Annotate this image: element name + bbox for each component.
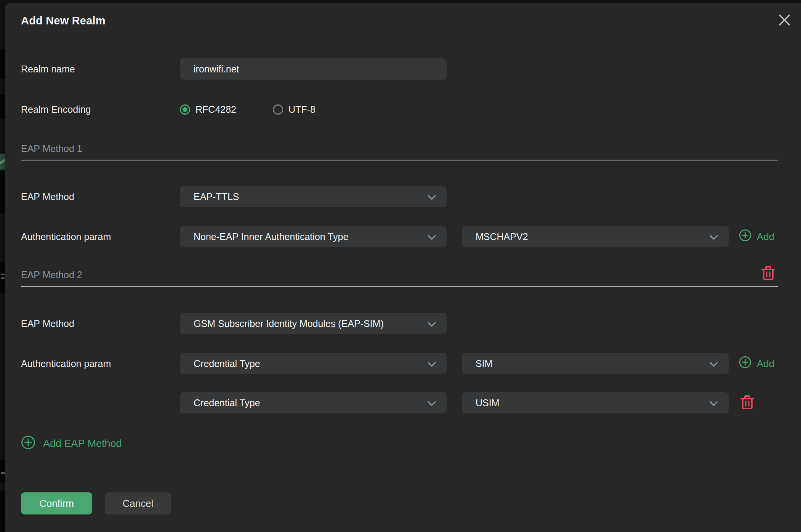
backdrop-menu-icon-fragment: [1, 274, 5, 275]
auth-param-value-select-3[interactable]: USIM: [462, 392, 729, 413]
radio-utf8[interactable]: UTF-8: [273, 104, 316, 115]
auth-param-value-1: MSCHAPV2: [476, 231, 528, 242]
eap-method-1-section-header: EAP Method 1: [21, 143, 778, 160]
radio-unselected-icon: [273, 104, 283, 115]
auth-param-type-value-1: None-EAP Inner Authentication Type: [194, 231, 348, 242]
confirm-button[interactable]: Confirm: [21, 492, 92, 514]
eap-method-2-select[interactable]: GSM Subscriber Identity Modules (EAP-SIM…: [180, 313, 447, 334]
eap-method-1-select[interactable]: EAP-TTLS: [180, 186, 447, 207]
auth-param-value-2: SIM: [476, 358, 492, 369]
auth-param-label: Authentication param: [21, 358, 180, 369]
radio-selected-icon: [180, 104, 190, 115]
chevron-down-icon: [428, 231, 436, 242]
add-param-label-2: Add: [757, 358, 774, 370]
add-param-button-1[interactable]: Add: [739, 229, 774, 244]
radio-utf8-label: UTF-8: [288, 104, 316, 115]
eap-method-2-method-row: EAP Method GSM Subscriber Identity Modul…: [21, 313, 778, 334]
eap-method-1-header-label: EAP Method 1: [21, 143, 778, 154]
realm-encoding-radio-group: RFC4282 UTF-8: [180, 104, 316, 115]
realm-name-label: Realm name: [21, 64, 180, 75]
chevron-down-icon: [428, 358, 436, 369]
auth-param-value-3: USIM: [476, 397, 500, 409]
auth-param-value-select-2[interactable]: SIM: [462, 353, 729, 374]
circle-plus-icon: [21, 435, 35, 452]
eap-method-label: EAP Method: [21, 191, 180, 202]
trash-icon: [740, 405, 754, 411]
add-param-button-2[interactable]: Add: [739, 356, 774, 371]
circle-plus-icon: [739, 229, 751, 244]
chevron-down-icon: [710, 358, 718, 369]
realm-encoding-label: Realm Encoding: [21, 104, 180, 115]
auth-param-type-select-3[interactable]: Credential Type: [180, 392, 447, 413]
delete-param-button[interactable]: [740, 395, 754, 411]
realm-name-input[interactable]: ironwifi.net: [180, 58, 447, 80]
close-button[interactable]: [777, 13, 792, 28]
delete-eap-method-2-button[interactable]: [761, 266, 775, 282]
realm-encoding-row: Realm Encoding RFC4282 UTF-8: [21, 104, 778, 115]
radio-rfc4282[interactable]: RFC4282: [180, 104, 236, 115]
eap-method-2-header-label: EAP Method 2: [21, 269, 778, 280]
add-eap-method-label: Add EAP Method: [43, 438, 122, 450]
eap-method-2-auth-param-row-2: Credential Type USIM: [21, 392, 778, 413]
circle-plus-icon: [739, 356, 751, 371]
eap-method-label: EAP Method: [21, 318, 180, 329]
backdrop-active-nav-fragment: [0, 154, 5, 170]
dialog-footer: Confirm Cancel: [21, 492, 778, 514]
add-new-realm-dialog: Add New Realm Realm name ironwifi.net Re…: [5, 3, 801, 532]
realm-name-row: Realm name ironwifi.net: [21, 58, 778, 80]
backdrop-menu-icon-fragment: [1, 277, 5, 279]
chevron-down-icon: [428, 191, 436, 202]
chevron-down-icon: [710, 397, 718, 409]
auth-param-value-select-1[interactable]: MSCHAPV2: [462, 226, 729, 247]
eap-method-2-auth-param-row-1: Authentication param Credential Type SIM…: [21, 353, 778, 374]
auth-param-label: Authentication param: [21, 231, 180, 242]
add-param-label-1: Add: [757, 231, 774, 243]
chevron-down-icon: [710, 231, 718, 242]
chevron-down-icon: [428, 318, 436, 329]
auth-param-type-value-3: Credential Type: [194, 397, 260, 409]
add-eap-method-button[interactable]: Add EAP Method: [21, 435, 122, 452]
auth-param-type-select-2[interactable]: Credential Type: [180, 353, 447, 374]
close-icon: [778, 14, 791, 27]
eap-method-2-section-header: EAP Method 2: [21, 269, 778, 287]
auth-param-type-value-2: Credential Type: [194, 358, 260, 369]
eap-method-1-auth-param-row: Authentication param None-EAP Inner Auth…: [21, 226, 778, 247]
chevron-down-icon: [428, 397, 436, 409]
eap-method-1-method-row: EAP Method EAP-TTLS: [21, 186, 778, 207]
radio-rfc4282-label: RFC4282: [195, 104, 236, 115]
cancel-button[interactable]: Cancel: [105, 492, 171, 514]
dialog-title: Add New Realm: [21, 14, 778, 27]
trash-icon: [761, 276, 775, 282]
realm-name-value: ironwifi.net: [194, 64, 239, 75]
eap-method-1-value: EAP-TTLS: [194, 191, 239, 202]
auth-param-type-select-1[interactable]: None-EAP Inner Authentication Type: [180, 226, 447, 247]
eap-method-2-value: GSM Subscriber Identity Modules (EAP-SIM…: [194, 318, 384, 329]
